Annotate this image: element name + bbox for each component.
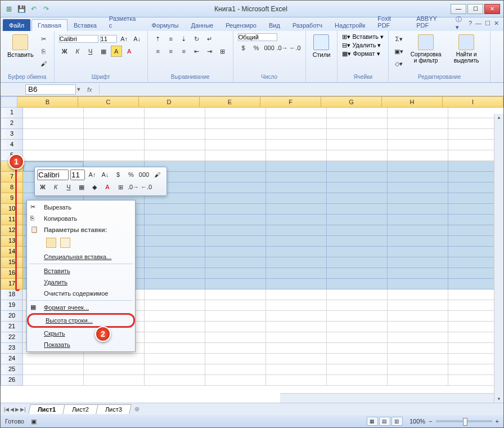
cell[interactable] <box>388 129 448 140</box>
mini-underline[interactable]: Ч <box>63 181 74 193</box>
align-left-icon[interactable]: ≡ <box>152 46 164 57</box>
select-all-corner[interactable] <box>1 96 17 108</box>
cell[interactable] <box>145 236 205 247</box>
menu-insert[interactable]: Вставить <box>27 265 135 277</box>
row-header[interactable]: 25 <box>1 364 23 375</box>
column-header[interactable]: F <box>260 96 321 108</box>
cell[interactable] <box>266 215 327 225</box>
row-header[interactable]: 7 <box>1 172 23 182</box>
bold-button[interactable]: Ж <box>59 46 70 57</box>
cell[interactable] <box>205 247 266 257</box>
row-header[interactable]: 18 <box>1 289 23 300</box>
mini-format-painter-icon[interactable]: 🖌 <box>151 169 163 180</box>
cell[interactable] <box>327 118 388 129</box>
mini-bold[interactable]: Ж <box>37 181 48 193</box>
cell[interactable] <box>327 182 388 193</box>
normal-view-icon[interactable]: ▦ <box>367 417 378 426</box>
cell[interactable] <box>327 375 388 386</box>
decrease-decimal-icon[interactable]: ←.0 <box>290 42 301 54</box>
cell[interactable] <box>205 225 266 236</box>
cell[interactable] <box>388 279 448 289</box>
next-sheet-icon[interactable]: ▶ <box>15 407 19 412</box>
underline-button[interactable]: Ч <box>85 46 96 57</box>
cell[interactable] <box>205 332 266 343</box>
cell[interactable] <box>388 140 448 150</box>
mini-percent-icon[interactable]: % <box>125 169 137 180</box>
cell[interactable] <box>84 375 145 386</box>
styles-button[interactable]: Стили <box>310 33 333 59</box>
cell[interactable] <box>205 129 266 140</box>
cell[interactable] <box>145 375 205 386</box>
formula-input[interactable] <box>99 84 501 95</box>
row-header[interactable]: 14 <box>1 247 23 257</box>
cell[interactable] <box>145 150 205 161</box>
cell[interactable] <box>327 225 388 236</box>
cell[interactable] <box>266 289 327 300</box>
cell[interactable] <box>145 108 205 118</box>
cell[interactable] <box>266 332 327 343</box>
paste-all-icon[interactable] <box>46 238 56 248</box>
format-cells-button[interactable]: ▦▾ Формат ▾ <box>342 50 384 57</box>
cell[interactable] <box>205 364 266 375</box>
page-break-view-icon[interactable]: ▥ <box>392 417 403 426</box>
cell[interactable] <box>327 193 388 204</box>
cell[interactable] <box>266 108 327 118</box>
cell[interactable] <box>388 322 448 332</box>
currency-icon[interactable]: $ <box>238 42 249 54</box>
cell[interactable] <box>145 311 205 322</box>
cell[interactable] <box>327 215 388 225</box>
cell[interactable] <box>205 108 266 118</box>
cell[interactable] <box>205 236 266 247</box>
column-header[interactable]: C <box>78 96 139 108</box>
row-header[interactable]: 8 <box>1 182 23 193</box>
mini-grow-font-icon[interactable]: A↑ <box>87 169 98 180</box>
cell[interactable] <box>205 289 266 300</box>
cell[interactable] <box>145 279 205 289</box>
sort-filter-button[interactable]: Сортировка и фильтр <box>407 33 445 65</box>
cell[interactable] <box>388 289 448 300</box>
cell[interactable] <box>205 300 266 311</box>
redo-icon[interactable]: ↷ <box>41 4 51 14</box>
menu-hide[interactable]: Скрыть <box>27 328 135 339</box>
cell[interactable] <box>145 289 205 300</box>
decrease-indent-icon[interactable]: ⇤ <box>191 46 202 57</box>
cell[interactable] <box>84 364 145 375</box>
find-select-button[interactable]: Найти и выделить <box>447 33 485 65</box>
sheet-tab-3[interactable]: Лист3 <box>96 404 132 414</box>
cell[interactable] <box>388 300 448 311</box>
cell[interactable] <box>327 108 388 118</box>
cell[interactable] <box>205 343 266 354</box>
page-layout-view-icon[interactable]: ▤ <box>379 417 390 426</box>
cell[interactable] <box>145 268 205 279</box>
cell[interactable] <box>84 140 145 150</box>
menu-row-height[interactable]: Высота строки... <box>27 313 135 328</box>
cell[interactable] <box>145 257 205 268</box>
cell[interactable] <box>388 257 448 268</box>
row-header[interactable]: 16 <box>1 268 23 279</box>
cell[interactable] <box>205 322 266 332</box>
cell[interactable] <box>266 375 327 386</box>
row-header[interactable]: 2 <box>1 118 23 129</box>
cell[interactable] <box>327 268 388 279</box>
mini-shrink-font-icon[interactable]: A↓ <box>100 169 111 180</box>
cell[interactable] <box>84 129 145 140</box>
help-icon[interactable]: ? <box>469 20 472 26</box>
tab-view[interactable]: Вид <box>263 19 286 31</box>
row-header[interactable]: 21 <box>1 322 23 332</box>
cell[interactable] <box>327 150 388 161</box>
cell[interactable] <box>266 300 327 311</box>
cell[interactable] <box>388 364 448 375</box>
cell[interactable] <box>266 236 327 247</box>
cell[interactable] <box>266 279 327 289</box>
font-color-icon[interactable]: A <box>124 46 135 57</box>
cell[interactable] <box>23 375 84 386</box>
cell[interactable] <box>388 375 448 386</box>
percent-icon[interactable]: % <box>251 42 262 54</box>
cell[interactable] <box>23 364 84 375</box>
cell[interactable] <box>205 354 266 364</box>
font-size-input[interactable] <box>100 35 117 43</box>
cell[interactable] <box>205 172 266 182</box>
row-header[interactable]: 9 <box>1 193 23 204</box>
cell[interactable] <box>266 118 327 129</box>
align-bottom-icon[interactable]: ⇣ <box>178 33 190 44</box>
